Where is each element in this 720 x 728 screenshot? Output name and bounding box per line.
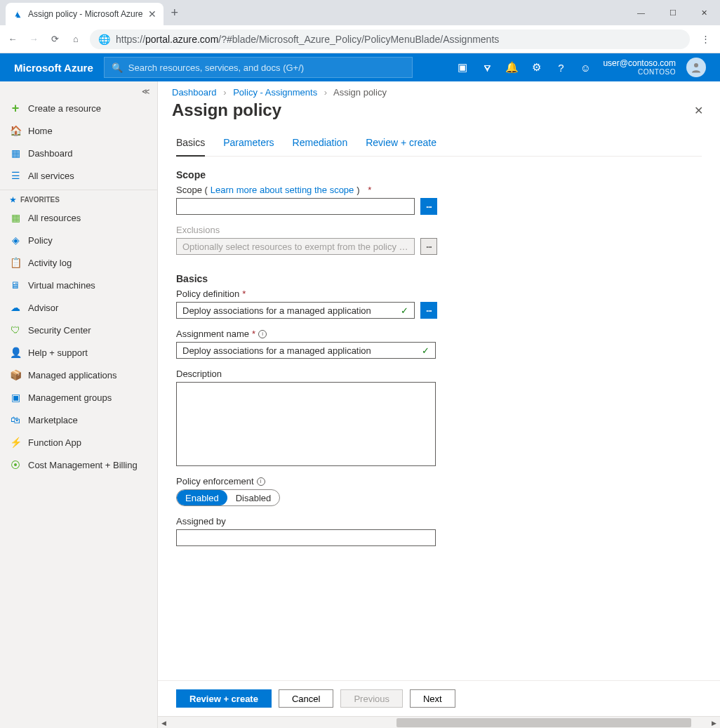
maximize-button[interactable]: ☐	[657, 2, 688, 23]
breadcrumb-policy-assignments[interactable]: Policy - Assignments	[233, 87, 317, 98]
tab-nav: Basics Parameters Remediation Review + c…	[176, 133, 702, 157]
sidebar-item-label: Marketplace	[28, 415, 78, 425]
shield-icon: 🛡	[10, 324, 21, 336]
assigned-by-input[interactable]	[176, 529, 436, 546]
cloud-shell-icon[interactable]: ▣	[455, 61, 469, 74]
browser-tab[interactable]: Assign policy - Microsoft Azure ✕	[6, 3, 164, 25]
policy-enforcement-label: Policy enforcement i	[176, 476, 702, 487]
scope-input[interactable]	[176, 198, 415, 215]
plus-icon: +	[10, 102, 21, 114]
sidebar-item-label: Advisor	[28, 303, 58, 313]
sidebar-item-label: Policy	[28, 235, 53, 246]
sidebar-item-all-resources[interactable]: ▦All resources	[0, 206, 157, 229]
sidebar-section-favorites: ★ FAVORITES	[0, 193, 157, 206]
info-icon[interactable]: i	[257, 477, 265, 486]
review-create-button[interactable]: Review + create	[176, 689, 272, 708]
sidebar-item-virtual-machines[interactable]: 🖥Virtual machines	[0, 274, 157, 296]
page-title: Assign policy	[172, 100, 281, 120]
avatar[interactable]	[686, 58, 706, 77]
search-input[interactable]	[128, 62, 405, 73]
forward-button[interactable]: →	[27, 34, 41, 44]
sidebar-item-policy[interactable]: ◈Policy	[0, 229, 157, 251]
sidebar-item-label: All resources	[28, 213, 81, 223]
toggle-disabled[interactable]: Disabled	[227, 490, 280, 505]
user-menu[interactable]: user@contoso.com CONTOSO	[603, 58, 676, 77]
home-icon: 🏠	[10, 125, 21, 136]
sidebar-item-management-groups[interactable]: ▣Management groups	[0, 386, 157, 409]
policy-definition-picker-button[interactable]: ···	[420, 302, 437, 319]
info-icon[interactable]: i	[258, 330, 267, 338]
cancel-button[interactable]: Cancel	[279, 689, 333, 708]
browser-menu-button[interactable]: ⋮	[697, 34, 714, 44]
minimize-button[interactable]: —	[625, 2, 657, 23]
azure-icon	[13, 9, 22, 19]
exclusions-input: Optionally select resources to exempt fr…	[176, 238, 415, 255]
sidebar-item-all-services[interactable]: ☰ All services	[0, 164, 157, 187]
sidebar-item-label: Cost Management + Billing	[28, 460, 138, 470]
person-icon	[690, 61, 702, 74]
policy-definition-select[interactable]: Deploy associations for a managed applic…	[176, 302, 415, 319]
sidebar-item-home[interactable]: 🏠 Home	[0, 119, 157, 142]
sidebar-item-managed-applications[interactable]: 📦Managed applications	[0, 364, 157, 386]
tenant-name: CONTOSO	[603, 68, 676, 77]
sidebar-item-security-center[interactable]: 🛡Security Center	[0, 319, 157, 341]
support-icon: 👤	[10, 347, 21, 358]
scroll-left-icon[interactable]: ◀	[158, 717, 170, 728]
scroll-thumb[interactable]	[396, 718, 691, 727]
footer-bar: Review + create Cancel Previous Next	[158, 680, 720, 716]
apps-icon: 📦	[10, 369, 21, 380]
marketplace-icon: 🛍	[10, 414, 21, 425]
address-bar[interactable]: 🌐 https://portal.azure.com/?#blade/Micro…	[90, 29, 690, 49]
tab-review-create[interactable]: Review + create	[366, 133, 436, 156]
breadcrumb-dashboard[interactable]: Dashboard	[172, 87, 217, 98]
sidebar-item-advisor[interactable]: ☁Advisor	[0, 296, 157, 319]
home-button[interactable]: ⌂	[69, 34, 83, 44]
grid-icon: ▦	[10, 212, 21, 223]
description-textarea[interactable]	[176, 382, 436, 466]
scope-picker-button[interactable]: ···	[420, 198, 437, 215]
function-icon: ⚡	[10, 437, 21, 448]
policy-definition-label: Policy definition *	[176, 289, 702, 299]
global-search[interactable]: 🔍	[104, 57, 413, 78]
policy-enforcement-toggle[interactable]: Enabled Disabled	[176, 489, 280, 506]
tab-remediation[interactable]: Remediation	[293, 133, 348, 156]
basics-heading: Basics	[176, 273, 702, 284]
reload-button[interactable]: ⟳	[48, 34, 62, 44]
star-icon: ★	[10, 196, 16, 204]
scope-learn-link[interactable]: Learn more about setting the scope	[211, 185, 354, 195]
new-tab-button[interactable]: +	[171, 6, 178, 20]
policy-icon: ◈	[10, 234, 21, 246]
check-icon: ✓	[422, 345, 429, 356]
sidebar-item-help-support[interactable]: 👤Help + support	[0, 341, 157, 364]
settings-icon[interactable]: ⚙	[529, 61, 543, 74]
sidebar-item-create-resource[interactable]: + Create a resource	[0, 97, 157, 119]
feedback-icon[interactable]: ☺	[578, 62, 592, 74]
notifications-icon[interactable]: 🔔	[505, 61, 519, 74]
toggle-enabled[interactable]: Enabled	[177, 490, 227, 505]
close-blade-button[interactable]: ✕	[694, 104, 703, 117]
check-icon: ✓	[401, 305, 408, 316]
tab-parameters[interactable]: Parameters	[223, 133, 274, 156]
assignment-name-input[interactable]: Deploy associations for a managed applic…	[176, 342, 436, 359]
collapse-sidebar-icon[interactable]: ≪	[142, 87, 150, 96]
back-button[interactable]: ←	[6, 34, 20, 44]
close-tab-icon[interactable]: ✕	[148, 8, 156, 20]
sidebar-item-activity-log[interactable]: 📋Activity log	[0, 251, 157, 274]
sidebar-item-dashboard[interactable]: ▦ Dashboard	[0, 142, 157, 164]
sidebar-item-marketplace[interactable]: 🛍Marketplace	[0, 409, 157, 431]
sidebar-item-label: Security Center	[28, 325, 91, 336]
help-icon[interactable]: ?	[554, 62, 568, 74]
brand-label[interactable]: Microsoft Azure	[14, 62, 93, 74]
tab-basics[interactable]: Basics	[176, 133, 205, 157]
directory-filter-icon[interactable]: ⛛	[480, 62, 494, 74]
close-window-button[interactable]: ✕	[688, 2, 720, 23]
sidebar-item-function-app[interactable]: ⚡Function App	[0, 431, 157, 454]
log-icon: 📋	[10, 257, 21, 268]
horizontal-scrollbar[interactable]: ◀ ▶	[158, 716, 720, 728]
scroll-right-icon[interactable]: ▶	[708, 717, 720, 728]
scope-heading: Scope	[176, 169, 702, 180]
next-button[interactable]: Next	[410, 689, 455, 708]
secure-icon: 🌐	[98, 34, 110, 45]
exclusions-picker-button[interactable]: ···	[420, 238, 437, 255]
sidebar-item-cost-management[interactable]: ⦿Cost Management + Billing	[0, 454, 157, 476]
